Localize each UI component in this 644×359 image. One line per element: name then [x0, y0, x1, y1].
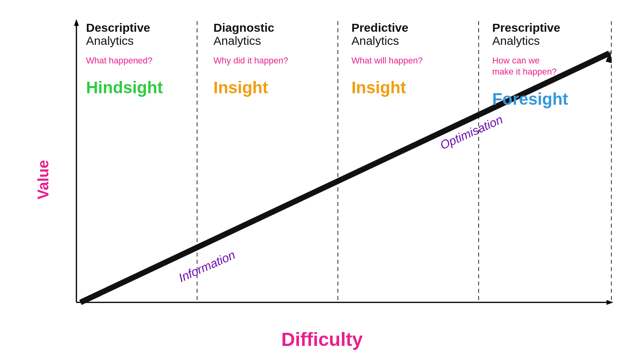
column-descriptive: Descriptive Analytics What happened? Hin… — [78, 21, 193, 98]
diagnostic-sight: Insight — [213, 78, 268, 97]
column-prescriptive: Prescriptive Analytics How can we make i… — [484, 21, 599, 109]
diagnostic-title-bold: Diagnostic — [213, 21, 274, 34]
prescriptive-question: How can we make it happen? — [492, 55, 557, 78]
y-axis-label: Value — [35, 160, 52, 199]
columns-container: Descriptive Analytics What happened? Hin… — [56, 17, 619, 323]
diagnostic-question: Why did it happen? — [213, 55, 288, 67]
predictive-question: What will happen? — [351, 55, 423, 67]
prescriptive-sight: Foresight — [492, 90, 568, 109]
diagnostic-title-normal: Analytics — [213, 34, 261, 47]
prescriptive-title-bold: Prescriptive — [492, 21, 560, 34]
descriptive-question: What happened? — [86, 55, 153, 67]
descriptive-title-normal: Analytics — [86, 34, 134, 47]
predictive-title-normal: Analytics — [351, 34, 399, 47]
column-diagnostic: Diagnostic Analytics Why did it happen? … — [205, 21, 320, 98]
x-axis-label: Difficulty — [281, 328, 362, 350]
predictive-sight: Insight — [351, 78, 406, 97]
chart-area: Information Optimisation Descriptive Ana… — [56, 17, 619, 323]
column-predictive: Predictive Analytics What will happen? I… — [343, 21, 458, 98]
predictive-title-bold: Predictive — [351, 21, 408, 34]
descriptive-sight: Hindsight — [86, 78, 163, 97]
prescriptive-title-normal: Analytics — [492, 34, 540, 47]
descriptive-title-bold: Descriptive — [86, 21, 150, 34]
chart-container: Value Information — [21, 9, 623, 350]
